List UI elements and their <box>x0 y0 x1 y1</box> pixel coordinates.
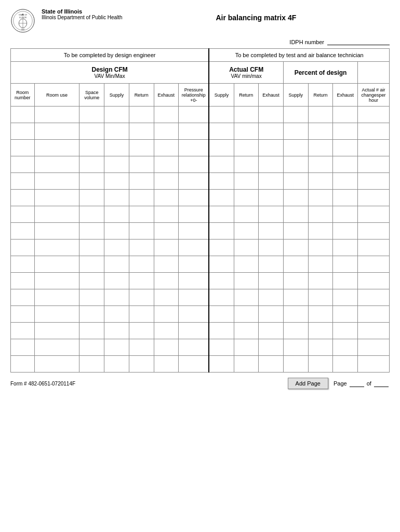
col-air-changes: Actual # airchangesperhour <box>358 84 390 107</box>
percent-design-label: Percent of design <box>285 69 356 76</box>
page-number <box>350 380 364 387</box>
actual-cfm-header: Actual CFM VAV min/max <box>209 62 283 84</box>
col-room-number: Roomnumber <box>11 84 35 107</box>
actual-cfm-label: Actual CFM <box>210 66 282 73</box>
of-text: of <box>367 380 371 387</box>
table-row <box>11 190 390 206</box>
state-seal: STATE OF ILLINOIS 1818 <box>10 8 36 34</box>
page-text: Page <box>334 380 347 387</box>
footer-right: Add Page Page of <box>288 378 390 389</box>
idph-row: IDPH number <box>10 38 390 45</box>
page-title: Air balancing matrix 4F <box>123 8 390 22</box>
table-row <box>11 289 390 306</box>
col-supply-actual: Supply <box>209 84 234 107</box>
column-header-row: Roomnumber Room use Spacevolume Supply R… <box>11 84 390 107</box>
table-row <box>11 306 390 323</box>
table-row <box>11 156 390 173</box>
header: STATE OF ILLINOIS 1818 State of Illinois… <box>10 8 390 34</box>
svg-text:ILLINOIS: ILLINOIS <box>19 17 27 19</box>
page-total <box>374 380 389 387</box>
col-return-actual: Return <box>234 84 259 107</box>
col-exhaust-pct: Exhaust <box>333 84 358 107</box>
page: STATE OF ILLINOIS 1818 State of Illinois… <box>0 0 400 532</box>
col-supply-pct: Supply <box>283 84 308 107</box>
col-exhaust-actual: Exhaust <box>259 84 284 107</box>
percent-design-header: Percent of design <box>283 62 357 84</box>
table-row <box>11 123 390 140</box>
design-cfm-header: Design CFM VAV Min/Max <box>11 62 209 84</box>
col-supply-design: Supply <box>104 84 129 107</box>
col-return-design: Return <box>129 84 154 107</box>
main-table: To be completed by design engineer To be… <box>10 48 390 373</box>
org-sub: Illinois Department of Public Health <box>42 15 123 20</box>
table-row <box>11 273 390 289</box>
left-section-header: To be completed by design engineer <box>11 49 209 62</box>
table-row <box>11 173 390 190</box>
col-exhaust-design: Exhaust <box>154 84 179 107</box>
page-label: Page of <box>334 380 390 387</box>
table-row <box>11 107 390 123</box>
right-section-header: To be completed by test and air balance … <box>209 49 389 62</box>
col-space-volume: Spacevolume <box>79 84 104 107</box>
section-header-row: To be completed by design engineer To be… <box>11 49 390 62</box>
design-cfm-label: Design CFM <box>12 66 207 73</box>
form-number: Form # 482-0651-0720114F <box>10 381 75 387</box>
idph-label: IDPH number <box>289 39 324 45</box>
col-room-use: Room use <box>34 84 79 107</box>
table-row <box>11 323 390 339</box>
col-pressure: Pressurerelationship+0- <box>179 84 209 107</box>
table-row <box>11 223 390 240</box>
idph-input-line <box>327 38 390 45</box>
org-info: State of Illinois Illinois Department of… <box>42 8 123 20</box>
table-row <box>11 356 390 373</box>
cfm-header-row: Design CFM VAV Min/Max Actual CFM VAV mi… <box>11 62 390 84</box>
table-row <box>11 256 390 273</box>
design-cfm-sub: VAV Min/Max <box>12 73 207 79</box>
table-row <box>11 240 390 256</box>
add-page-button[interactable]: Add Page <box>288 378 328 389</box>
footer: Form # 482-0651-0720114F Add Page Page o… <box>10 378 390 389</box>
col-return-pct: Return <box>308 84 333 107</box>
table-row <box>11 206 390 223</box>
org-name: State of Illinois <box>42 8 123 15</box>
svg-text:1818: 1818 <box>21 29 25 31</box>
table-row <box>11 140 390 156</box>
table-row <box>11 339 390 356</box>
actual-cfm-sub: VAV min/max <box>210 73 282 79</box>
